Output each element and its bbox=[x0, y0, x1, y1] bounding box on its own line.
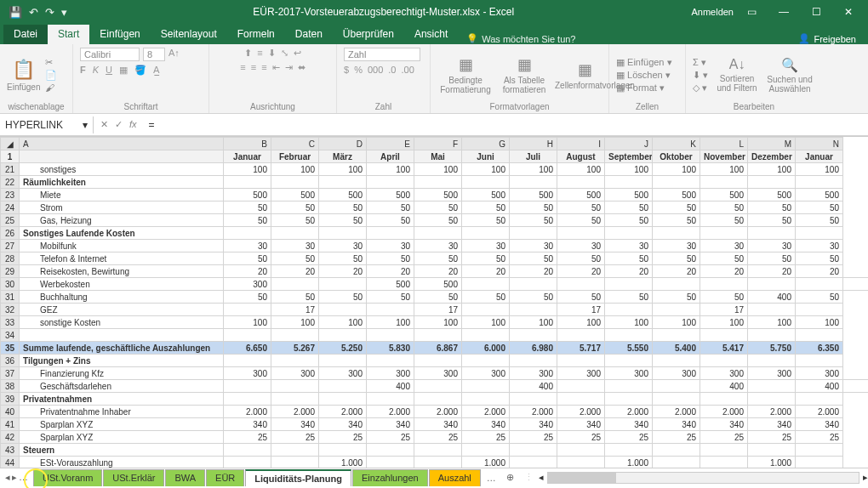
cell[interactable]: Räumlichkeiten bbox=[20, 176, 224, 189]
cell[interactable] bbox=[510, 227, 557, 240]
fill-icon[interactable]: ⬇ ▾ bbox=[693, 70, 708, 81]
row-header[interactable]: 39 bbox=[1, 393, 20, 406]
cell[interactable] bbox=[367, 227, 414, 240]
cell[interactable]: Steuern bbox=[20, 444, 224, 457]
cell[interactable] bbox=[796, 355, 843, 367]
currency-icon[interactable]: $ bbox=[344, 65, 349, 75]
cell[interactable]: 300 bbox=[367, 367, 414, 380]
cell[interactable]: 500 bbox=[367, 278, 414, 291]
cell[interactable] bbox=[510, 176, 557, 189]
cell[interactable]: 340 bbox=[796, 418, 843, 431]
italic-icon[interactable]: K bbox=[93, 65, 99, 76]
sort-filter-button[interactable]: A↓Sortieren und Filtern bbox=[713, 57, 761, 93]
cell[interactable] bbox=[605, 278, 653, 291]
cell[interactable]: 100 bbox=[319, 163, 367, 176]
comma-icon[interactable]: 000 bbox=[368, 65, 383, 75]
cell[interactable] bbox=[796, 227, 843, 240]
cell[interactable]: 2.000 bbox=[796, 406, 843, 418]
row-header[interactable]: 31 bbox=[1, 291, 20, 304]
cell[interactable] bbox=[367, 355, 414, 367]
redo-icon[interactable]: ↷ bbox=[45, 6, 54, 19]
cell[interactable] bbox=[414, 329, 462, 342]
cell[interactable] bbox=[319, 355, 367, 367]
cell[interactable]: 500 bbox=[653, 189, 700, 201]
cell[interactable]: 100 bbox=[224, 163, 271, 176]
cell[interactable]: 300 bbox=[557, 367, 605, 380]
cell[interactable]: 100 bbox=[510, 163, 557, 176]
cell[interactable]: 30 bbox=[748, 240, 796, 253]
cell[interactable] bbox=[319, 444, 367, 457]
row-header[interactable]: 27 bbox=[1, 240, 20, 253]
cell[interactable] bbox=[748, 444, 796, 457]
cell[interactable]: 50 bbox=[319, 291, 367, 304]
cell[interactable]: 5.550 bbox=[605, 342, 653, 355]
cell[interactable] bbox=[557, 329, 605, 342]
cell[interactable] bbox=[605, 380, 653, 393]
select-all-corner[interactable]: ◢ bbox=[1, 138, 20, 150]
cell[interactable]: 50 bbox=[414, 291, 462, 304]
cell[interactable] bbox=[653, 380, 700, 393]
cell[interactable] bbox=[557, 393, 605, 406]
cell[interactable] bbox=[605, 227, 653, 240]
cell[interactable] bbox=[700, 176, 748, 189]
cell[interactable]: 500 bbox=[748, 189, 796, 201]
cell[interactable]: Oktober bbox=[653, 150, 700, 163]
cell[interactable]: 50 bbox=[224, 201, 271, 214]
cell[interactable] bbox=[271, 176, 319, 189]
cell[interactable]: Strom bbox=[20, 201, 224, 214]
cell[interactable]: 25 bbox=[271, 431, 319, 444]
cell[interactable]: 50 bbox=[510, 201, 557, 214]
cell[interactable]: 2.000 bbox=[414, 406, 462, 418]
col-header[interactable]: F bbox=[414, 138, 462, 150]
cell[interactable]: 340 bbox=[605, 418, 653, 431]
cell[interactable]: Januar bbox=[796, 150, 843, 163]
cell[interactable]: 50 bbox=[700, 201, 748, 214]
maximize-icon[interactable]: ☐ bbox=[802, 0, 831, 24]
cell[interactable]: 340 bbox=[462, 418, 510, 431]
wrap-icon[interactable]: ↩ bbox=[294, 48, 301, 59]
cell[interactable]: 5.400 bbox=[653, 342, 700, 355]
cell[interactable] bbox=[224, 355, 271, 367]
cell[interactable]: 50 bbox=[796, 291, 843, 304]
align-top-icon[interactable]: ⬆ bbox=[244, 48, 252, 59]
cell-styles-button[interactable]: ▦Zellenformatvorlagen bbox=[555, 60, 614, 90]
cut-icon[interactable]: ✂ bbox=[45, 57, 57, 68]
name-box[interactable]: HYPERLINK▾ bbox=[0, 116, 94, 133]
merge-icon[interactable]: ⬌ bbox=[298, 62, 306, 73]
tab-insert[interactable]: Einfügen bbox=[89, 25, 150, 44]
cell[interactable] bbox=[796, 444, 843, 457]
tab-view[interactable]: Ansicht bbox=[404, 25, 458, 44]
save-icon[interactable]: 💾 bbox=[9, 6, 22, 19]
cell[interactable]: Dezember bbox=[748, 150, 796, 163]
cell[interactable]: 2.000 bbox=[557, 406, 605, 418]
cell[interactable]: 20 bbox=[748, 265, 796, 278]
autosum-icon[interactable]: Σ ▾ bbox=[693, 57, 708, 68]
sheet-tab[interactable]: Einzahlungen bbox=[352, 469, 428, 486]
cell[interactable]: 30 bbox=[700, 240, 748, 253]
cell[interactable]: 30 bbox=[224, 240, 271, 253]
cell[interactable]: 300 bbox=[510, 367, 557, 380]
row-header[interactable]: 26 bbox=[1, 227, 20, 240]
cell[interactable]: 500 bbox=[605, 189, 653, 201]
row-header[interactable]: 23 bbox=[1, 189, 20, 201]
cell[interactable]: GEZ bbox=[20, 304, 224, 316]
cell[interactable] bbox=[271, 444, 319, 457]
cell[interactable]: 5.250 bbox=[319, 342, 367, 355]
cell[interactable]: 25 bbox=[653, 431, 700, 444]
dec-dec-icon[interactable]: .00 bbox=[401, 65, 414, 75]
cell[interactable]: 50 bbox=[557, 291, 605, 304]
format-painter-icon[interactable]: 🖌 bbox=[45, 82, 57, 93]
cell[interactable]: 30 bbox=[367, 240, 414, 253]
cell[interactable]: 500 bbox=[271, 189, 319, 201]
cell[interactable] bbox=[462, 393, 510, 406]
cell[interactable]: Gas, Heizung bbox=[20, 214, 224, 227]
format-cells-button[interactable]: ▦ Format ▾ bbox=[616, 82, 672, 94]
cell[interactable]: 25 bbox=[510, 431, 557, 444]
cell[interactable]: 50 bbox=[462, 291, 510, 304]
find-select-button[interactable]: 🔍Suchen und Auswählen bbox=[766, 57, 814, 94]
cell[interactable]: 100 bbox=[319, 316, 367, 329]
cell[interactable]: 2.000 bbox=[224, 406, 271, 418]
cell[interactable]: 300 bbox=[748, 367, 796, 380]
cell[interactable]: 25 bbox=[748, 431, 796, 444]
cell[interactable]: 300 bbox=[462, 367, 510, 380]
